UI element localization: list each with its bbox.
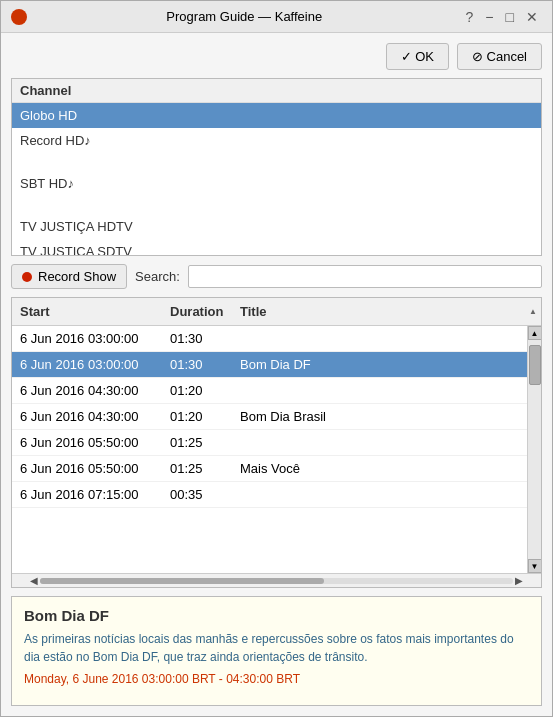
row6-title: Mais Você: [232, 459, 527, 478]
row5-start: 6 Jun 2016 05:50:00: [12, 433, 162, 452]
scrollbar-thumb-area: [528, 340, 542, 559]
col-title: Title: [232, 302, 525, 321]
row6-duration: 01:25: [162, 459, 232, 478]
search-row: Record Show Search:: [11, 264, 542, 289]
table-row[interactable]: 6 Jun 2016 05:50:00 01:25: [12, 430, 527, 456]
row4-title: Bom Dia Brasil: [232, 407, 527, 426]
table-data-area: 6 Jun 2016 03:00:00 01:30 6 Jun 2016 03:…: [12, 326, 527, 573]
main-content: ✓ OK ⊘ Cancel Channel Globo HD Record HD…: [1, 33, 552, 716]
record-show-label: Record Show: [38, 269, 116, 284]
channel-item-empty2: [12, 196, 541, 214]
row3-start: 6 Jun 2016 04:30:00: [12, 381, 162, 400]
channel-item-tv-justica-hdtv[interactable]: TV JUSTIÇA HDTV: [12, 214, 541, 239]
table-row[interactable]: 6 Jun 2016 07:15:00 00:35: [12, 482, 527, 508]
channel-item-globo-hd[interactable]: Globo HD: [12, 103, 541, 128]
help-button[interactable]: ?: [462, 7, 478, 27]
detail-time: Monday, 6 June 2016 03:00:00 BRT - 04:30…: [24, 672, 529, 686]
titlebar-left: [11, 9, 27, 25]
channel-item-empty1: [12, 153, 541, 171]
scroll-up-button[interactable]: ▲: [528, 326, 542, 340]
close-button[interactable]: ✕: [522, 7, 542, 27]
horiz-track: [40, 578, 513, 584]
maximize-button[interactable]: □: [502, 7, 518, 27]
table-row[interactable]: 6 Jun 2016 03:00:00 01:30: [12, 326, 527, 352]
scroll-down-button[interactable]: ▼: [528, 559, 542, 573]
table-row[interactable]: 6 Jun 2016 03:00:00 01:30 Bom Dia DF: [12, 352, 527, 378]
row1-title: [232, 337, 527, 341]
table-header: Start Duration Title ▲: [12, 298, 541, 326]
row3-title: [232, 389, 527, 393]
minimize-button[interactable]: −: [481, 7, 497, 27]
detail-title: Bom Dia DF: [24, 607, 529, 624]
row6-start: 6 Jun 2016 05:50:00: [12, 459, 162, 478]
record-show-button[interactable]: Record Show: [11, 264, 127, 289]
horiz-thumb[interactable]: [40, 578, 324, 584]
sort-up-icon: ▲: [529, 307, 537, 316]
row1-start: 6 Jun 2016 03:00:00: [12, 329, 162, 348]
scroll-left-button[interactable]: ◀: [28, 575, 40, 586]
channel-list-header: Channel: [12, 79, 541, 103]
table-row[interactable]: 6 Jun 2016 04:30:00 01:20: [12, 378, 527, 404]
toolbar-row: ✓ OK ⊘ Cancel: [11, 43, 542, 70]
row1-duration: 01:30: [162, 329, 232, 348]
row4-duration: 01:20: [162, 407, 232, 426]
channel-list: Channel Globo HD Record HD♪ SBT HD♪ TV J…: [11, 78, 542, 256]
row7-title: [232, 493, 527, 497]
col-start: Start: [12, 302, 162, 321]
titlebar-center: Program Guide — Kaffeine: [27, 9, 462, 24]
row7-duration: 00:35: [162, 485, 232, 504]
table-row[interactable]: 6 Jun 2016 04:30:00 01:20 Bom Dia Brasil: [12, 404, 527, 430]
row2-duration: 01:30: [162, 355, 232, 374]
scrollbar-thumb[interactable]: [529, 345, 541, 385]
main-window: Program Guide — Kaffeine ? − □ ✕ ✓ OK ⊘ …: [0, 0, 553, 717]
col-duration: Duration: [162, 302, 232, 321]
detail-description: As primeiras notícias locais das manhãs …: [24, 630, 529, 666]
row7-start: 6 Jun 2016 07:15:00: [12, 485, 162, 504]
vertical-scrollbar: ▲ ▼: [527, 326, 541, 573]
ok-button[interactable]: ✓ OK: [386, 43, 449, 70]
program-table: Start Duration Title ▲ 6 Jun 2016 03:00:…: [11, 297, 542, 588]
detail-panel: Bom Dia DF As primeiras notícias locais …: [11, 596, 542, 706]
channel-item-record-hd[interactable]: Record HD♪: [12, 128, 541, 153]
row3-duration: 01:20: [162, 381, 232, 400]
record-dot-icon: [22, 272, 32, 282]
cancel-button[interactable]: ⊘ Cancel: [457, 43, 542, 70]
window-title: Program Guide — Kaffeine: [166, 9, 322, 24]
table-body-row: 6 Jun 2016 03:00:00 01:30 6 Jun 2016 03:…: [12, 326, 541, 573]
scroll-right-button[interactable]: ▶: [513, 575, 525, 586]
table-row[interactable]: 6 Jun 2016 05:50:00 01:25 Mais Você: [12, 456, 527, 482]
row2-title: Bom Dia DF: [232, 355, 527, 374]
search-input[interactable]: [188, 265, 542, 288]
row4-start: 6 Jun 2016 04:30:00: [12, 407, 162, 426]
channel-item-tv-justica-sdtv[interactable]: TV JUSTIÇA SDTV: [12, 239, 541, 256]
row2-start: 6 Jun 2016 03:00:00: [12, 355, 162, 374]
titlebar-controls: ? − □ ✕: [462, 7, 542, 27]
titlebar: Program Guide — Kaffeine ? − □ ✕: [1, 1, 552, 33]
row5-title: [232, 441, 527, 445]
kaffeine-icon: [11, 9, 27, 25]
search-label: Search:: [135, 269, 180, 284]
row5-duration: 01:25: [162, 433, 232, 452]
channel-item-sbt-hd[interactable]: SBT HD♪: [12, 171, 541, 196]
horizontal-scrollbar: ◀ ▶: [12, 573, 541, 587]
